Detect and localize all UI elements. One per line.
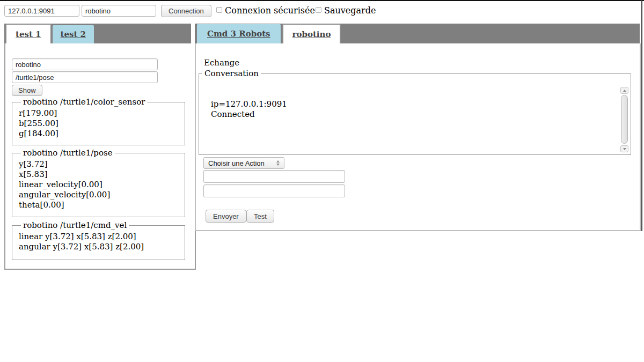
pose-group: robotino /turtle1/pose y[3.72] x[5.83] l… <box>12 148 185 217</box>
pose-linear-velocity-value: linear_velocity[0.00] <box>19 180 179 190</box>
scroll-down-button[interactable] <box>620 145 628 152</box>
pose-x-value: x[5.83] <box>19 169 179 180</box>
send-button[interactable]: Envoyer <box>206 210 246 223</box>
ip-input[interactable] <box>4 5 79 17</box>
pose-group-title: robotino /turtle1/pose <box>21 148 115 158</box>
exchange-label: Echange <box>204 58 239 68</box>
cmd-vel-group: robotino /turtle1/cmd_vel linear y[3.72]… <box>12 220 185 260</box>
test-button[interactable]: Test <box>246 210 274 223</box>
color-sensor-group: robotino /turtle1/color_sensor r[179.00]… <box>12 97 185 145</box>
cmd-vel-group-title: robotino /turtle1/cmd_vel <box>21 220 129 230</box>
tab-test-1[interactable]: test 1 <box>5 24 52 43</box>
tab-test-2[interactable]: test 2 <box>53 25 94 43</box>
secure-connection-checkbox[interactable] <box>216 7 222 13</box>
scroll-down-icon <box>623 148 626 150</box>
pose-theta-value: theta[0.00] <box>19 200 179 210</box>
cmd-vel-angular-value: angular y[3.72] x[5.83] z[2.00] <box>19 242 179 252</box>
page: Connection Connexion sécurisée Sauvegard… <box>0 0 644 362</box>
conversation-scrollbar[interactable] <box>620 87 628 152</box>
conversation-title: Conversation <box>202 69 261 78</box>
select-spinner-icon <box>271 160 280 166</box>
right-tabstrip: Cmd 3 Robots robotino <box>195 24 640 43</box>
conversation-line: Connected <box>211 109 287 120</box>
color-sensor-g-value: g[184.00] <box>19 129 179 139</box>
show-button[interactable]: Show <box>12 85 42 96</box>
scroll-up-button[interactable] <box>620 87 628 94</box>
action-select[interactable]: Choisir une Action <box>203 157 284 169</box>
right-panel: Echange Conversation ip=127.0.0.1:9091 C… <box>195 43 641 231</box>
conversation-box: Conversation ip=127.0.0.1:9091 Connected <box>199 69 631 155</box>
message-input-1[interactable] <box>203 170 345 183</box>
robot-input[interactable] <box>12 58 158 70</box>
frame-right-line <box>641 0 642 231</box>
cmd-vel-linear-value: linear y[3.72] x[5.83] z[2.00] <box>19 232 179 242</box>
conversation-line: ip=127.0.0.1:9091 <box>211 99 287 109</box>
secure-connection-label: Connexion sécurisée <box>225 5 315 16</box>
pose-y-value: y[3.72] <box>19 159 179 169</box>
left-tabstrip: test 1 test 2 <box>4 24 191 43</box>
tab-robotino[interactable]: robotino <box>282 24 341 43</box>
tab-cmd-3-robots[interactable]: Cmd 3 Robots <box>197 24 281 43</box>
scrollbar-thumb[interactable] <box>621 95 628 144</box>
robot-name-input[interactable] <box>82 5 156 17</box>
pose-angular-velocity-value: angular_velocity[0.00] <box>19 190 179 200</box>
message-input-2[interactable] <box>203 184 345 197</box>
topic-input[interactable] <box>12 71 158 83</box>
action-select-value: Choisir une Action <box>208 159 265 167</box>
color-sensor-b-value: b[255.00] <box>19 119 179 129</box>
color-sensor-r-value: r[179.00] <box>19 108 179 119</box>
connection-button[interactable]: Connection <box>161 5 211 17</box>
color-sensor-group-title: robotino /turtle1/color_sensor <box>21 97 147 107</box>
frame-top-line <box>0 0 644 1</box>
save-label: Sauvegarde <box>324 5 376 16</box>
conversation-log[interactable]: ip=127.0.0.1:9091 Connected <box>211 99 287 120</box>
scroll-up-icon <box>623 90 626 92</box>
save-checkbox[interactable] <box>316 7 321 13</box>
left-panel: Show robotino /turtle1/color_sensor r[17… <box>4 43 196 270</box>
